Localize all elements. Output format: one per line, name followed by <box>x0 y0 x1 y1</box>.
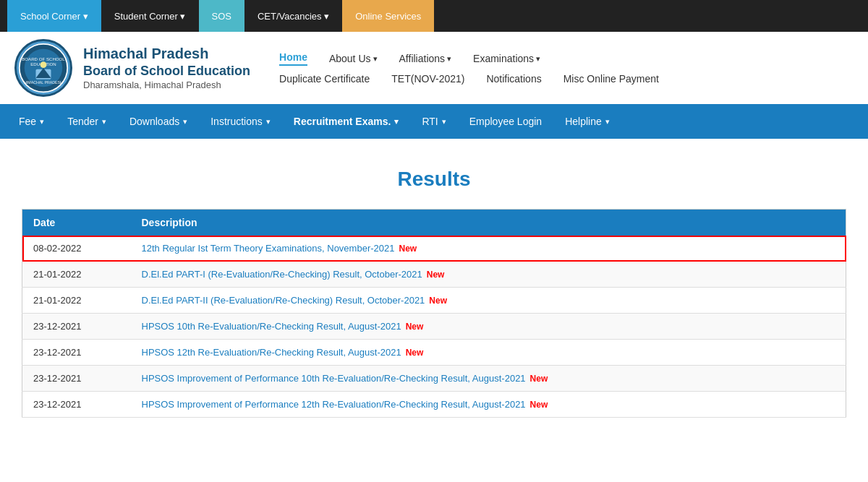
cell-date: 21-01-2022 <box>22 288 131 314</box>
blue-nav-recruitment[interactable]: Recruitment Exams. <box>282 104 411 139</box>
nav-notifications[interactable]: Notifications <box>486 73 541 85</box>
top-nav-student-corner[interactable]: Student Corner ▾ <box>101 0 199 32</box>
blue-navigation: Fee Tender Downloads Instructions Recrui… <box>0 104 868 139</box>
nav-about-us[interactable]: About Us <box>329 53 378 64</box>
page-title: Results <box>22 168 846 191</box>
result-link[interactable]: HPSOS 10th Re-Evaluation/Re-Checking Res… <box>142 321 401 332</box>
svg-text:HIMACHAL PRADESH: HIMACHAL PRADESH <box>24 80 63 85</box>
cell-description[interactable]: HPSOS 12th Re-Evaluation/Re-Checking Res… <box>131 340 846 366</box>
new-badge: New <box>406 322 424 332</box>
new-badge: New <box>399 244 417 254</box>
blue-nav-rti[interactable]: RTI <box>410 104 457 139</box>
top-nav-online[interactable]: Online Services <box>342 0 434 32</box>
result-link[interactable]: 12th Regular Ist Term Theory Examination… <box>142 243 395 254</box>
main-content: Results Date Description 08-02-202212th … <box>0 139 868 432</box>
cell-description[interactable]: HPSOS Improvement of Performance 10th Re… <box>131 366 846 392</box>
svg-point-6 <box>41 61 47 68</box>
top-nav-sos[interactable]: SOS <box>199 0 244 32</box>
table-row: 21-01-2022D.El.Ed PART-I (Re-Evaluation/… <box>22 262 846 288</box>
table-row: 21-01-2022D.El.Ed PART-II (Re-Evaluation… <box>22 288 846 314</box>
logo: BOARD OF SCHOOL EDUCATION HIMACHAL PRADE… <box>14 39 72 97</box>
cell-date: 23-12-2021 <box>22 340 131 366</box>
cell-description[interactable]: HPSOS Improvement of Performance 12th Re… <box>131 392 846 418</box>
main-nav-top-row: Home About Us Affiliations Examinations <box>279 51 854 66</box>
col-header-description: Description <box>131 210 846 236</box>
new-badge: New <box>530 374 548 384</box>
new-badge: New <box>406 348 424 358</box>
organization-name: Himachal Pradesh Board of School Educati… <box>83 44 250 92</box>
table-row: 23-12-2021HPSOS 10th Re-Evaluation/Re-Ch… <box>22 314 846 340</box>
new-badge: New <box>429 296 447 306</box>
top-navigation: School Corner ▾ Student Corner ▾ SOS CET… <box>0 0 868 32</box>
site-header: BOARD OF SCHOOL EDUCATION HIMACHAL PRADE… <box>0 32 868 104</box>
blue-nav-instructions[interactable]: Instructions <box>199 104 282 139</box>
nav-home[interactable]: Home <box>279 51 307 66</box>
results-table: Date Description 08-02-202212th Regular … <box>22 209 846 418</box>
result-link[interactable]: HPSOS 12th Re-Evaluation/Re-Checking Res… <box>142 347 401 358</box>
nav-affiliations[interactable]: Affiliations <box>399 53 452 64</box>
nav-tet[interactable]: TET(NOV-2021) <box>391 73 464 85</box>
blue-nav-downloads[interactable]: Downloads <box>118 104 199 139</box>
cell-date: 23-12-2021 <box>22 366 131 392</box>
nav-examinations[interactable]: Examinations <box>473 53 540 64</box>
cell-date: 23-12-2021 <box>22 392 131 418</box>
table-row: 23-12-2021HPSOS Improvement of Performan… <box>22 366 846 392</box>
result-link[interactable]: D.El.Ed PART-II (Re-Evaluation/Re-Checki… <box>142 295 425 306</box>
main-nav-bottom-row: Duplicate Certificate TET(NOV-2021) Noti… <box>279 73 854 85</box>
cell-description[interactable]: D.El.Ed PART-I (Re-Evaluation/Re-Checkin… <box>131 262 846 288</box>
cell-description[interactable]: 12th Regular Ist Term Theory Examination… <box>131 236 846 262</box>
nav-misc-payment[interactable]: Misc Online Payment <box>563 73 659 85</box>
cell-description[interactable]: HPSOS 10th Re-Evaluation/Re-Checking Res… <box>131 314 846 340</box>
new-badge: New <box>530 400 548 410</box>
col-header-date: Date <box>22 210 131 236</box>
cell-date: 21-01-2022 <box>22 262 131 288</box>
blue-nav-fee[interactable]: Fee <box>7 104 56 139</box>
cell-date: 23-12-2021 <box>22 314 131 340</box>
main-navigation: Home About Us Affiliations Examinations … <box>279 51 854 85</box>
table-row: 08-02-202212th Regular Ist Term Theory E… <box>22 236 846 262</box>
table-row: 23-12-2021HPSOS 12th Re-Evaluation/Re-Ch… <box>22 340 846 366</box>
blue-nav-tender[interactable]: Tender <box>56 104 118 139</box>
svg-text:BOARD OF SCHOOL: BOARD OF SCHOOL <box>22 56 65 61</box>
table-row: 23-12-2021HPSOS Improvement of Performan… <box>22 392 846 418</box>
result-link[interactable]: HPSOS Improvement of Performance 12th Re… <box>142 399 526 410</box>
blue-nav-helpline[interactable]: Helpline <box>553 104 621 139</box>
cell-description[interactable]: D.El.Ed PART-II (Re-Evaluation/Re-Checki… <box>131 288 846 314</box>
logo-area: BOARD OF SCHOOL EDUCATION HIMACHAL PRADE… <box>14 39 250 97</box>
cell-date: 08-02-2022 <box>22 236 131 262</box>
top-nav-cet[interactable]: CET/Vacancies ▾ <box>244 0 342 32</box>
blue-nav-employee-login[interactable]: Employee Login <box>458 104 553 139</box>
new-badge: New <box>427 270 445 280</box>
result-link[interactable]: D.El.Ed PART-I (Re-Evaluation/Re-Checkin… <box>142 269 422 280</box>
nav-duplicate-cert[interactable]: Duplicate Certificate <box>279 73 370 85</box>
top-nav-school-corner[interactable]: School Corner ▾ <box>7 0 101 32</box>
result-link[interactable]: HPSOS Improvement of Performance 10th Re… <box>142 373 526 384</box>
